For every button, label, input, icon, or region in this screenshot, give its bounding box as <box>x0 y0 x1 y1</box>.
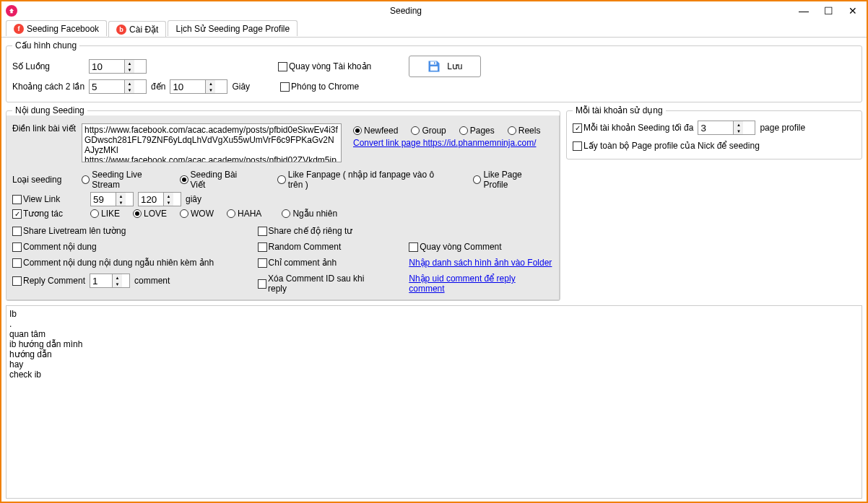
radio-pageprofile[interactable]: Like Page Profile <box>473 170 544 190</box>
chevron-down-icon[interactable]: ▼ <box>206 87 215 93</box>
uidcomment-link[interactable]: Nhập uid comment để reply comment <box>409 274 553 294</box>
allpage-checkbox[interactable]: Lấy toàn bộ Page profile của Nick để see… <box>573 141 760 151</box>
radio-fanpage[interactable]: Like Fanpage ( nhập id fanpage vào ô trê… <box>277 170 446 190</box>
radio-like[interactable]: LIKE <box>90 209 120 219</box>
threads-input[interactable] <box>90 60 124 73</box>
checkbox-icon <box>258 227 267 236</box>
svg-rect-2 <box>430 66 438 71</box>
radio-pages[interactable]: Pages <box>459 126 495 136</box>
comments-textarea[interactable]: Ib . quan tâm ib hướng dẫn mình hướng dẫ… <box>6 305 862 499</box>
tab-bar: f Seeding Facebook b Cài Đặt Lịch Sử See… <box>1 20 867 38</box>
radio-icon <box>277 175 285 184</box>
onlyimg-checkbox[interactable]: Chỉ comment ảnh <box>258 258 381 268</box>
view-from-spinner[interactable]: ▲▼ <box>90 192 134 206</box>
radio-newfeed[interactable]: Newfeed <box>353 126 398 136</box>
zoom-chrome-checkbox[interactable]: Phóng to Chrome <box>280 82 359 92</box>
radio-wow[interactable]: WOW <box>180 209 214 219</box>
radio-icon <box>411 126 420 135</box>
seeding-content-group: Nội dung Seeding Điền link bài viết Newf… <box>6 105 560 301</box>
radio-love[interactable]: LOVE <box>133 209 167 219</box>
chevron-down-icon[interactable]: ▼ <box>113 281 122 287</box>
reply-checkbox[interactable]: Reply Comment <box>12 276 85 286</box>
chevron-up-icon[interactable]: ▲ <box>125 60 134 66</box>
gap-to-spinner[interactable]: ▲▼ <box>170 79 227 94</box>
viewlink-checkbox[interactable]: View Link <box>12 194 77 204</box>
commentrandimg-checkbox[interactable]: Comment nội dung nội dung ngẫu nhiên kèm… <box>12 258 229 268</box>
save-button[interactable]: Lưu <box>409 56 480 77</box>
gap-from-spinner[interactable]: ▲▼ <box>89 79 147 94</box>
tab-seeding-facebook[interactable]: f Seeding Facebook <box>6 20 107 36</box>
links-label: Điền link bài viết <box>12 123 77 134</box>
tab-history[interactable]: Lịch Sử Seeding Page Profile <box>168 20 298 36</box>
chevron-up-icon[interactable]: ▲ <box>734 121 743 128</box>
seeding-legend: Nội dung Seeding <box>12 105 87 115</box>
radio-random-reaction[interactable]: Ngẫu nhiên <box>282 209 337 219</box>
checkbox-icon <box>280 82 290 92</box>
delcommentid-checkbox[interactable]: Xóa Comment ID sau khi reply <box>258 274 381 294</box>
radio-icon <box>227 209 235 218</box>
svg-rect-1 <box>434 62 435 64</box>
radio-post[interactable]: Seeding Bài Viết <box>180 170 250 190</box>
max-suffix-label: page profile <box>760 123 805 133</box>
radio-icon <box>180 175 188 184</box>
chevron-up-icon[interactable]: ▲ <box>206 80 215 87</box>
rotatecomment-checkbox[interactable]: Quay vòng Comment <box>409 242 553 252</box>
reply-count-spinner[interactable]: ▲▼ <box>90 274 130 288</box>
links-textarea[interactable] <box>82 123 342 162</box>
chevron-down-icon[interactable]: ▼ <box>734 128 743 134</box>
window-title: Seeding <box>23 6 789 16</box>
imgfolder-link[interactable]: Nhập danh sách hình ảnh vào Folder <box>409 258 553 268</box>
chevron-up-icon[interactable]: ▲ <box>113 274 122 281</box>
minimize-button[interactable]: — <box>794 4 813 18</box>
convert-link[interactable]: Convert link page https://id.phanmemninj… <box>353 138 536 148</box>
gap-to-label: đến <box>151 82 165 92</box>
checkbox-icon <box>12 227 22 236</box>
view-to-input[interactable] <box>139 193 163 206</box>
max-seeding-checkbox[interactable]: Mỗi tài khoản Seeding tối đa <box>573 123 693 133</box>
gap-to-input[interactable] <box>170 80 205 93</box>
chevron-down-icon[interactable]: ▼ <box>164 199 173 206</box>
title-bar: Seeding — ☐ ✕ <box>1 1 867 20</box>
reply-count-input[interactable] <box>90 274 112 287</box>
reply-suffix-label: comment <box>134 276 170 286</box>
max-input[interactable] <box>698 121 733 134</box>
seeding-type-label: Loại seeding <box>12 175 77 185</box>
save-label: Lưu <box>447 61 462 71</box>
max-spinner[interactable]: ▲▼ <box>698 121 755 135</box>
close-button[interactable]: ✕ <box>843 4 862 18</box>
interact-checkbox[interactable]: Tương tác <box>12 209 77 219</box>
chevron-up-icon[interactable]: ▲ <box>125 80 134 87</box>
view-from-input[interactable] <box>91 193 116 206</box>
radio-icon <box>473 175 481 184</box>
tab-settings[interactable]: b Cài Đặt <box>108 21 166 37</box>
radio-icon <box>90 209 99 218</box>
tab-label: Lịch Sử Seeding Page Profile <box>175 24 290 34</box>
checkbox-icon <box>12 258 22 268</box>
rotate-account-checkbox[interactable]: Quay vòng Tài khoản <box>278 61 371 71</box>
gap-from-input[interactable] <box>90 80 124 93</box>
radio-group[interactable]: Group <box>411 126 446 136</box>
commentnd-checkbox[interactable]: Comment nội dung <box>12 242 229 252</box>
checkbox-icon <box>258 258 267 268</box>
radio-reels[interactable]: Reels <box>508 126 541 136</box>
general-config-group: Cấu hình chung Số Luồng ▲▼ Quay vòng Tài… <box>6 40 862 102</box>
threads-spinner[interactable]: ▲▼ <box>89 59 147 74</box>
checkbox-icon <box>12 276 22 286</box>
save-icon <box>427 59 441 74</box>
radio-livestream[interactable]: Seeding Live Stream <box>82 170 167 190</box>
chevron-down-icon[interactable]: ▼ <box>125 87 134 93</box>
chevron-up-icon[interactable]: ▲ <box>164 193 173 199</box>
sharelive-checkbox[interactable]: Share Livetream lên tường <box>12 226 229 236</box>
chevron-up-icon[interactable]: ▲ <box>116 193 126 199</box>
view-to-spinner[interactable]: ▲▼ <box>138 192 181 206</box>
radio-icon <box>180 209 188 218</box>
maximize-button[interactable]: ☐ <box>819 4 838 18</box>
svg-rect-0 <box>430 61 436 64</box>
chevron-down-icon[interactable]: ▼ <box>116 199 126 206</box>
chevron-down-icon[interactable]: ▼ <box>125 66 134 73</box>
rotate-account-label: Quay vòng Tài khoản <box>289 61 371 71</box>
checkbox-icon <box>573 123 582 133</box>
shareprivate-checkbox[interactable]: Share chế độ riêng tư <box>258 226 381 236</box>
radio-haha[interactable]: HAHA <box>227 209 261 219</box>
randomcomment-checkbox[interactable]: Random Comment <box>258 242 381 252</box>
